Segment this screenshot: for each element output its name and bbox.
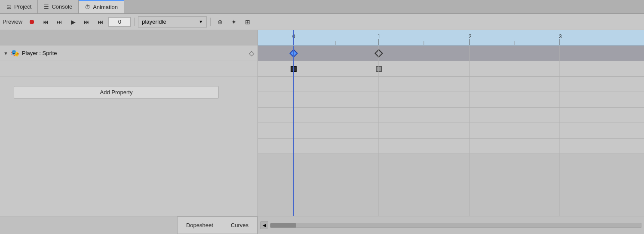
animation-name: playerIdle	[142, 18, 166, 25]
step-forward-button[interactable]: ⏭	[81, 16, 93, 28]
timeline-row-empty-2	[258, 92, 644, 108]
keyframe-sprite-1[interactable]	[376, 66, 382, 72]
timeline-row-summary[interactable]	[258, 46, 644, 61]
ruler-label-2: 2	[469, 34, 472, 40]
animation-icon: ⏱	[85, 4, 90, 10]
tab-project[interactable]: 🗂 Project	[0, 0, 38, 13]
console-icon: ☰	[44, 3, 49, 10]
player-sprite-name: Player : Sprite	[22, 50, 57, 56]
sprite-icon: 🎭	[11, 49, 19, 57]
tab-console[interactable]: ☰ Console	[38, 0, 79, 13]
timeline-row-empty-4	[258, 123, 644, 139]
record-button[interactable]: ⏺	[26, 16, 38, 28]
skip-to-start-button[interactable]: ⏮	[40, 16, 52, 28]
keyframe-1[interactable]	[374, 49, 383, 58]
keyframe-header-row	[0, 30, 258, 46]
ruler-track: 0 1 2 3	[258, 30, 644, 45]
preview-label: Preview	[3, 18, 22, 25]
property-area: ▼ 🎭 Player : Sprite ◇ Add Property	[0, 30, 258, 216]
tab-animation-label: Animation	[93, 4, 118, 10]
timeline-rows	[258, 46, 644, 216]
ruler-label-1: 1	[377, 34, 380, 40]
dopesheet-tab[interactable]: Dopesheet	[177, 216, 222, 234]
curves-tab[interactable]: Curves	[222, 216, 258, 234]
animation-dropdown[interactable]: playerIdle ▼	[138, 16, 207, 28]
expand-arrow-icon[interactable]: ▼	[3, 51, 8, 56]
tab-bar: 🗂 Project ☰ Console ⏱ Animation	[0, 0, 644, 14]
toolbar: Preview ⏺ ⏮ ⏭ ▶ ⏭ ⏭ playerIdle ▼ ⊕ ✦ ⊞	[0, 14, 644, 30]
timeline-row-empty-3	[258, 108, 644, 123]
timeline-row-empty-5	[258, 139, 644, 154]
left-panel: ▼ 🎭 Player : Sprite ◇ Add Property	[0, 30, 258, 216]
skip-to-end-button[interactable]: ⏭	[95, 16, 107, 28]
keyframe-diamond-icon[interactable]: ◇	[249, 49, 254, 57]
time-input[interactable]	[108, 17, 131, 27]
ruler-ticks-svg	[258, 30, 644, 45]
dopesheet-label: Dopesheet	[186, 222, 213, 228]
play-button[interactable]: ▶	[67, 16, 79, 28]
bottom-right: ◀	[258, 216, 644, 234]
ruler-playhead	[293, 30, 294, 45]
scroll-left-button[interactable]: ◀	[261, 222, 268, 229]
add-icon-button[interactable]: ⊞	[242, 16, 254, 28]
add-property-button[interactable]: Add Property	[14, 86, 219, 99]
main-layout: ▼ 🎭 Player : Sprite ◇ Add Property 0 1 2…	[0, 30, 644, 216]
scrollbar-thumb[interactable]	[270, 223, 296, 228]
separator-1	[134, 18, 135, 26]
tab-console-label: Console	[52, 3, 72, 10]
curves-label: Curves	[231, 222, 248, 228]
scrollbar-track[interactable]	[270, 223, 641, 228]
bottom-left: Dopesheet Curves	[0, 216, 258, 234]
separator-2	[210, 18, 211, 26]
player-sprite-row[interactable]: ▼ 🎭 Player : Sprite ◇	[0, 46, 258, 61]
ruler-label-3: 3	[559, 34, 562, 40]
playhead-line	[293, 46, 294, 216]
target-icon-button[interactable]: ⊕	[214, 16, 226, 28]
right-panel: 0 1 2 3	[258, 30, 644, 216]
add-property-container: Add Property	[0, 77, 258, 108]
property-sub-row	[0, 61, 258, 77]
timeline-ruler[interactable]: 0 1 2 3	[258, 30, 644, 46]
bottom-bar: Dopesheet Curves ◀	[0, 216, 644, 234]
project-icon: 🗂	[6, 3, 12, 10]
timeline-row-empty-1	[258, 77, 644, 92]
step-back-button[interactable]: ⏭	[53, 16, 65, 28]
tab-animation[interactable]: ⏱ Animation	[79, 0, 124, 13]
timeline-row-sprite[interactable]	[258, 61, 644, 77]
dropdown-arrow-icon: ▼	[199, 19, 203, 24]
key-icon-button[interactable]: ✦	[228, 16, 240, 28]
tab-project-label: Project	[14, 3, 31, 10]
